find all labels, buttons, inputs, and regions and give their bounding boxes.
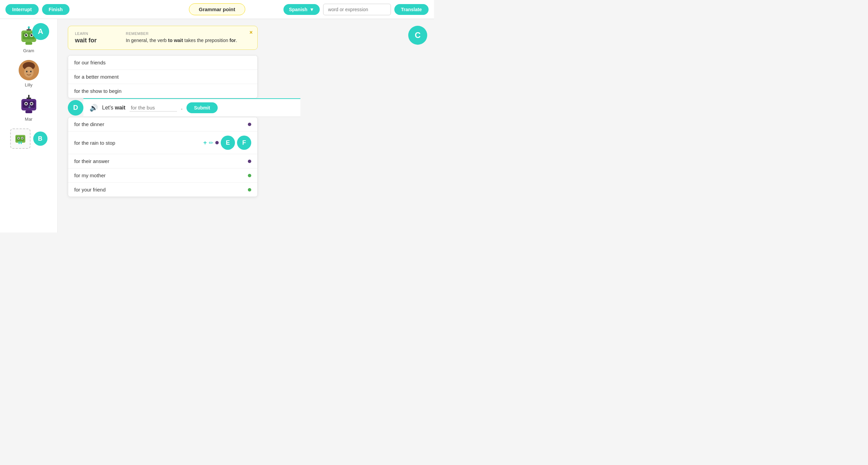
- list-item[interactable]: for the show to begin: [68, 84, 257, 98]
- remember-bold2: for: [230, 38, 236, 43]
- svg-rect-10: [25, 38, 33, 39]
- period: .: [181, 105, 182, 111]
- list-item[interactable]: for their answer: [68, 154, 257, 168]
- svg-point-16: [26, 71, 27, 73]
- svg-point-34: [21, 138, 23, 139]
- svg-text:⚓: ⚓: [28, 105, 31, 108]
- e-badge[interactable]: E: [221, 136, 235, 150]
- list-item[interactable]: for the rain to stop + ✏ E F: [68, 132, 257, 154]
- dropdown-list-below: for the dinner for the rain to stop + ✏ …: [68, 117, 258, 197]
- dot-icon: [248, 174, 251, 177]
- language-selector[interactable]: Spanish ▼: [283, 4, 319, 15]
- learn-label: LEARN: [75, 32, 116, 36]
- interrupt-button[interactable]: Interrupt: [5, 4, 39, 15]
- mar-label: Mar: [25, 117, 32, 122]
- dot-icon: [248, 123, 251, 126]
- svg-rect-11: [25, 42, 32, 45]
- dot-icon: [215, 141, 219, 144]
- lilly-label: Lilly: [25, 82, 32, 87]
- list-item-text: for their answer: [74, 158, 109, 164]
- svg-rect-35: [18, 141, 19, 144]
- sound-icon[interactable]: 🔊: [90, 104, 98, 112]
- main: A: [0, 19, 434, 232]
- lilly-face-icon: [19, 60, 39, 80]
- header-left: Interrupt Finish: [5, 4, 70, 15]
- dot-icon: [248, 188, 251, 191]
- translate-input[interactable]: [323, 4, 391, 15]
- a-badge[interactable]: A: [32, 23, 49, 40]
- grammar-point-badge: Grammar point: [189, 3, 245, 15]
- sidebar: A: [0, 19, 58, 232]
- remember-suffix: .: [236, 38, 237, 43]
- grammar-tooltip: × LEARN wait for REMEMBER In general, th…: [68, 26, 258, 50]
- dropdown-chevron-icon: ▼: [310, 7, 314, 12]
- list-item-text: for the rain to stop: [74, 140, 115, 146]
- remember-label: REMEMBER: [126, 32, 237, 36]
- list-item-text: for our friends: [74, 60, 106, 65]
- sentence-bold-word: wait: [115, 105, 125, 110]
- content-area: C × LEARN wait for REMEMBER In general, …: [58, 19, 434, 232]
- c-badge[interactable]: C: [408, 26, 427, 45]
- dot-icon: [248, 160, 251, 163]
- plus-icon[interactable]: +: [203, 139, 207, 146]
- list-item-text: for a better moment: [74, 74, 119, 80]
- translate-button[interactable]: Translate: [394, 4, 429, 15]
- close-tooltip-button[interactable]: ×: [250, 29, 253, 36]
- dropdown-list: for our friends for a better moment for …: [68, 55, 258, 98]
- list-item[interactable]: for the dinner: [68, 117, 257, 132]
- header-right: Spanish ▼ Translate: [283, 4, 429, 15]
- list-item-text: for my mother: [74, 173, 106, 178]
- svg-rect-30: [16, 136, 24, 141]
- item-actions: + ✏ E F: [203, 136, 251, 150]
- svg-rect-9: [31, 34, 31, 35]
- b-badge[interactable]: B: [33, 132, 47, 146]
- mar-avatar-section: ⚓ Mar: [19, 94, 39, 122]
- paused-robot-icon: [14, 132, 27, 145]
- f-badge[interactable]: F: [237, 136, 251, 150]
- finish-button[interactable]: Finish: [42, 4, 70, 15]
- tooltip-remember-col: REMEMBER In general, the verb to wait ta…: [126, 32, 237, 44]
- list-item-text: for the show to begin: [74, 88, 121, 94]
- paused-avatar: [10, 128, 31, 149]
- remember-bold1: to wait: [168, 38, 183, 43]
- lilly-avatar-section: Lilly: [19, 60, 39, 87]
- svg-rect-18: [28, 95, 29, 98]
- answer-row-wrapper: D 🔊 Let's wait . Submit: [68, 98, 305, 117]
- answer-input[interactable]: [130, 104, 177, 112]
- paused-avatar-section: B: [10, 128, 47, 149]
- remember-text: In general, the verb to wait takes the p…: [126, 37, 237, 44]
- language-label: Spanish: [289, 7, 307, 12]
- gram-avatar-section: A: [19, 26, 39, 53]
- answer-row: 🔊 Let's wait . Submit: [83, 98, 300, 117]
- svg-point-15: [24, 67, 34, 78]
- remember-prefix: In general, the verb: [126, 38, 168, 43]
- list-item[interactable]: for your friend: [68, 183, 257, 197]
- svg-point-25: [31, 103, 33, 105]
- lilly-photo: [19, 60, 39, 80]
- list-item[interactable]: for our friends: [68, 56, 257, 70]
- pencil-icon[interactable]: ✏: [209, 140, 213, 146]
- header-center: Grammar point: [189, 3, 245, 15]
- list-item-text: for the dinner: [74, 121, 104, 127]
- remember-mid: takes the preposition: [183, 38, 230, 43]
- gram-label: Gram: [23, 48, 34, 53]
- sentence-prefix: Let's wait: [102, 105, 125, 111]
- list-item-text: for your friend: [74, 187, 106, 193]
- tooltip-learn-col: LEARN wait for: [75, 32, 116, 44]
- header: Interrupt Finish Grammar point Spanish ▼…: [0, 0, 434, 19]
- svg-point-17: [30, 71, 32, 73]
- svg-point-32: [18, 138, 19, 139]
- list-item[interactable]: for a better moment: [68, 70, 257, 84]
- svg-rect-19: [26, 98, 31, 99]
- svg-point-12: [28, 26, 30, 28]
- mar-robot-icon: ⚓: [19, 94, 39, 115]
- svg-rect-36: [20, 141, 21, 144]
- svg-point-23: [25, 103, 27, 105]
- list-item[interactable]: for my mother: [68, 168, 257, 183]
- d-badge[interactable]: D: [68, 100, 83, 116]
- svg-rect-6: [25, 34, 26, 35]
- tooltip-columns: LEARN wait for REMEMBER In general, the …: [75, 32, 251, 44]
- learn-term: wait for: [75, 37, 116, 44]
- submit-button[interactable]: Submit: [186, 102, 217, 113]
- svg-rect-1: [26, 29, 31, 31]
